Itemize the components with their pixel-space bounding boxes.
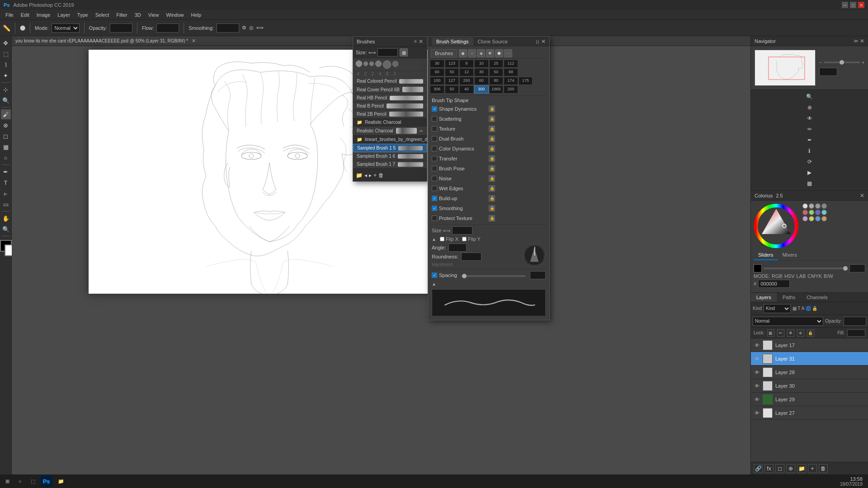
grid-40[interactable]: 40 [459,85,474,94]
layer-item-29[interactable]: 👁 Layer 29 [751,393,868,406]
bs-flip-y-checkbox[interactable] [462,237,467,241]
brush-next-button[interactable]: ▸ [369,172,372,178]
bs-lock-wet-edges[interactable]: 🔒 [489,185,495,192]
bs-spacing-input[interactable]: 1% [530,271,546,279]
grid-174[interactable]: 174 [504,77,518,85]
grid-123[interactable]: 123 [445,60,459,68]
bs-icon-4[interactable]: ❋ [486,49,494,57]
tab-brush-settings[interactable]: Brush Settings [432,38,473,46]
swatch-blue[interactable] [815,210,821,215]
lock-artboard-button[interactable]: ⊕ [797,329,804,337]
lasso-tool[interactable]: ⌇ [1,60,11,70]
menu-window[interactable]: Window [162,11,187,19]
swatch-ltblue[interactable] [815,216,821,221]
layer-item-17[interactable]: 👁 Layer 17 [751,338,868,352]
lock-pixels-button[interactable]: ✏ [777,329,784,337]
bs-lock-shape-dynamics[interactable]: 🔒 [489,106,495,112]
bs-brushes-button[interactable]: Brushes [431,49,457,57]
brush-item-real-hb-pencil[interactable]: Real HB Pencil [353,94,427,102]
rt-transform-button[interactable]: ⊕ [805,103,815,113]
rt-pencil-button[interactable]: ✒ [805,135,815,145]
menu-edit[interactable]: Edit [17,11,33,19]
close-button[interactable]: ✕ [858,2,864,8]
layer-vis-28[interactable]: 👁 [754,369,760,375]
bs-check-brush-pose[interactable] [432,166,437,171]
bs-close-button[interactable]: ✕ [541,38,546,45]
bs-lock-dual-brush[interactable]: 🔒 [489,136,495,142]
swatch-yellow[interactable] [809,216,814,221]
bs-size-input[interactable]: 4 px [452,226,472,235]
rt-play-button[interactable]: ▶ [805,168,815,178]
swatch-lgray[interactable] [809,203,814,209]
text-tool[interactable]: T [1,178,11,188]
bs-flip-y-label[interactable]: Flip Y [462,236,481,242]
nav-zoom-out-icon[interactable]: − [819,60,822,65]
brush-options-button[interactable]: ▦ [400,48,408,56]
ps-taskbar-item[interactable]: Ps [41,475,52,487]
rt-brush-button[interactable]: ✏ [805,124,815,134]
layer-vis-30[interactable]: 👁 [754,383,760,389]
brush-new-button[interactable]: + [373,172,377,178]
bs-section-color-dynamics[interactable]: Color Dynamics 🔒 [430,144,547,154]
brush-item-sampled-1-6[interactable]: Sampled Brush 1 6 [353,152,427,160]
bs-section-smoothing[interactable]: ✓ Smoothing 🔒 [430,203,547,213]
layer-item-30[interactable]: 👁 Layer 30 [751,379,868,393]
layers-tab-channels[interactable]: Channels [801,293,833,302]
bs-spacing-checkbox[interactable]: ✓ [432,272,437,278]
bs-lock-scattering[interactable]: 🔒 [489,116,495,122]
eyedropper-tool[interactable]: 🔍 [1,95,11,105]
tip-medium[interactable] [375,61,382,67]
bs-check-buildup[interactable]: ✓ [432,196,437,201]
grid-100[interactable]: 100 [430,77,444,85]
bs-section-noise[interactable]: Noise 🔒 [430,174,547,183]
bs-lock-buildup[interactable]: 🔒 [489,195,495,202]
brush-item-lineart-folder[interactable]: 📁 lineart_brushes_by_ringreen_d8... [353,136,427,144]
magic-wand-tool[interactable]: ✦ [1,70,11,80]
bs-check-smoothing[interactable]: ✓ [432,206,437,211]
sliders-tab[interactable]: Sliders [754,250,778,260]
swatch-cyan[interactable] [821,210,827,215]
brushes-close-button[interactable]: ✕ [419,38,423,45]
nav-zoom-slider[interactable] [824,61,860,63]
crop-tool[interactable]: ⊹ [1,84,11,94]
layer-new-button[interactable]: + [808,464,817,473]
gradient-tool[interactable]: ▦ [1,142,11,152]
bs-check-dual-brush[interactable] [432,136,437,141]
brush-new-folder-button[interactable]: 📁 [356,172,363,178]
color-preview-swatch[interactable] [754,264,762,272]
grid-1969[interactable]: 1969 [489,85,504,94]
grid-50c[interactable]: 50 [445,85,459,94]
swatch-orange[interactable] [821,216,827,221]
bs-section-dual-brush[interactable]: Dual Brush 🔒 [430,134,547,144]
layer-kind-select[interactable]: Kind [764,304,791,313]
menu-image[interactable]: Image [33,11,54,19]
path-tool[interactable]: ▹ [1,188,11,198]
grid-200[interactable]: 200 [504,85,518,94]
menu-filter[interactable]: Filter [113,11,131,19]
tip-large[interactable] [383,61,391,69]
task-view-button[interactable]: ⬚ [27,475,39,487]
tip-small-2[interactable] [369,61,374,66]
swatch-mgray[interactable] [815,203,821,209]
nav-expand-button[interactable]: ≫ [854,38,858,44]
bs-section-texture[interactable]: Texture 🔒 [430,124,547,134]
grid-80[interactable]: 80 [489,77,504,85]
airbrush-icon[interactable]: ◎ [249,25,254,31]
brush-item-sampled-1-5[interactable]: Sampled Brush 1 5 [353,144,427,152]
layer-item-28[interactable]: 👁 Layer 28 [751,366,868,379]
bs-spacing-slider[interactable] [462,275,525,277]
rt-mask-button[interactable]: ▦ [805,178,815,188]
move-tool[interactable]: ✥ [1,38,11,48]
bs-flip-x-checkbox[interactable] [440,237,444,241]
grid-68[interactable]: 68 [504,68,518,76]
layer-fx-button[interactable]: fx [764,464,774,473]
rgb-mode[interactable]: RGB [772,273,783,279]
menu-file[interactable]: File [2,11,17,19]
bs-roundness-input[interactable]: 100% [461,253,481,261]
swatch-red[interactable] [802,210,808,215]
menu-select[interactable]: Select [92,11,113,19]
bs-check-scattering[interactable] [432,116,437,122]
main-color-slider[interactable] [764,267,848,269]
lock-transparent-button[interactable]: ▦ [767,329,774,337]
layer-vis-31[interactable]: 👁 [754,356,760,362]
